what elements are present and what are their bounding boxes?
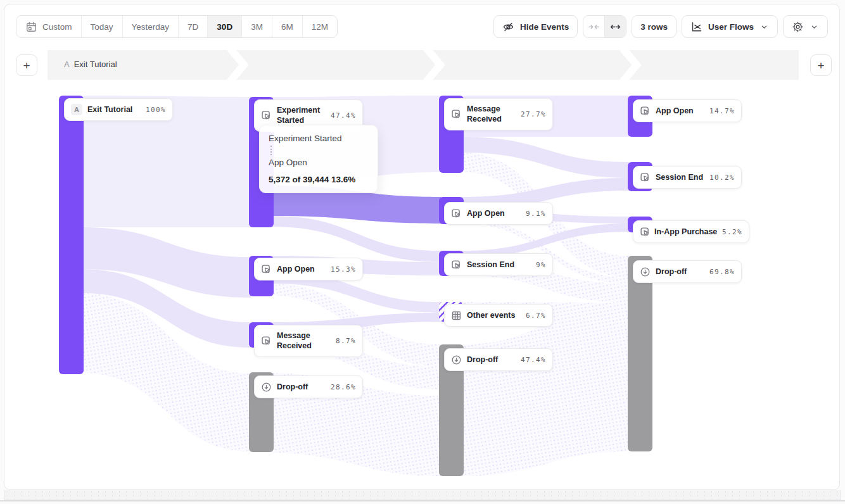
flow-node-session-end[interactable]: Session End 10.2%	[633, 166, 742, 189]
flow-node-other-events[interactable]: Other events 6.7%	[444, 304, 553, 327]
node-label: Message Received	[467, 104, 516, 125]
node-label: Exit Tutorial	[87, 104, 141, 115]
tooltip-connector	[270, 146, 272, 155]
circle-arrow-down-icon	[451, 355, 462, 365]
node-percent: 47.4%	[331, 111, 356, 120]
circle-arrow-down-icon	[640, 267, 651, 277]
step-letter-badge: A	[71, 104, 82, 115]
node-label: In-App Purchase	[654, 227, 718, 237]
node-label: Experiment Started	[277, 105, 326, 126]
user-flows-chart: A Exit Tutorial 100% Experiment Started …	[4, 4, 840, 490]
node-label: App Open	[467, 208, 521, 218]
flow-node-drop-off[interactable]: Drop-off 28.6%	[254, 375, 363, 398]
flow-node-session-end[interactable]: Session End 9%	[444, 253, 553, 276]
flow-node-app-open[interactable]: App Open 9.1%	[444, 202, 553, 225]
node-percent: 47.4%	[521, 356, 546, 364]
node-percent: 9.1%	[526, 210, 546, 218]
main-panel: Custom Today Yesterday 7D 30D 3M 6M 12M …	[4, 4, 840, 490]
node-percent: 8.7%	[336, 337, 356, 345]
node-percent: 14.7%	[709, 107, 735, 115]
node-label: Drop-off	[467, 355, 516, 365]
tooltip-to-event: App Open	[269, 158, 369, 167]
node-bar-exit-tutorial[interactable]	[59, 96, 84, 374]
node-percent: 28.6%	[331, 383, 356, 391]
node-percent: 6.7%	[526, 312, 546, 320]
node-label: Other events	[467, 310, 521, 320]
circle-arrow-down-icon	[261, 382, 272, 393]
event-cursor-icon	[451, 109, 462, 120]
flow-node-in-app-purchase[interactable]: In-App Purchase 5.2%	[633, 220, 749, 243]
footer-strip	[4, 490, 841, 500]
flow-tooltip: Experiment Started App Open 5,372 of 39,…	[259, 125, 378, 193]
node-label: Drop-off	[656, 267, 704, 277]
tooltip-from-event: Experiment Started	[269, 134, 369, 143]
node-percent: 5.2%	[722, 228, 742, 236]
event-cursor-icon	[261, 264, 272, 275]
node-percent: 69.8%	[709, 268, 735, 276]
bottom-divider	[0, 500, 845, 501]
node-label: App Open	[277, 264, 326, 274]
event-cursor-icon	[640, 172, 651, 183]
flow-node-message-received[interactable]: Message Received 27.7%	[444, 98, 553, 130]
event-cursor-icon	[261, 110, 272, 121]
flow-ribbons	[4, 4, 840, 490]
node-label: App Open	[656, 106, 704, 116]
node-label: Session End	[467, 260, 531, 270]
flow-node-app-open[interactable]: App Open 14.7%	[633, 99, 742, 122]
event-cursor-icon	[261, 336, 272, 346]
event-cursor-icon	[451, 208, 462, 219]
event-cursor-icon	[640, 227, 651, 237]
node-label: Session End	[656, 172, 704, 182]
node-bar-drop-off[interactable]	[628, 256, 652, 451]
flow-node-exit-tutorial[interactable]: A Exit Tutorial 100%	[64, 98, 173, 121]
node-label: Message Received	[277, 331, 331, 351]
flow-node-message-received[interactable]: Message Received 8.7%	[254, 325, 363, 357]
flow-node-drop-off[interactable]: Drop-off 47.4%	[444, 348, 553, 371]
flow-node-app-open[interactable]: App Open 15.3%	[254, 258, 363, 280]
node-label: Drop-off	[277, 382, 326, 392]
flow-node-drop-off[interactable]: Drop-off 69.8%	[633, 260, 742, 283]
node-percent: 10.2%	[709, 173, 735, 182]
node-percent: 27.7%	[521, 110, 546, 118]
node-percent: 15.3%	[331, 265, 356, 274]
event-cursor-icon	[451, 260, 462, 270]
grid-icon	[451, 310, 462, 321]
event-cursor-icon	[640, 106, 651, 117]
node-percent: 100%	[146, 106, 166, 114]
node-percent: 9%	[536, 261, 546, 269]
tooltip-stats: 5,372 of 39,444 13.6%	[269, 175, 369, 184]
